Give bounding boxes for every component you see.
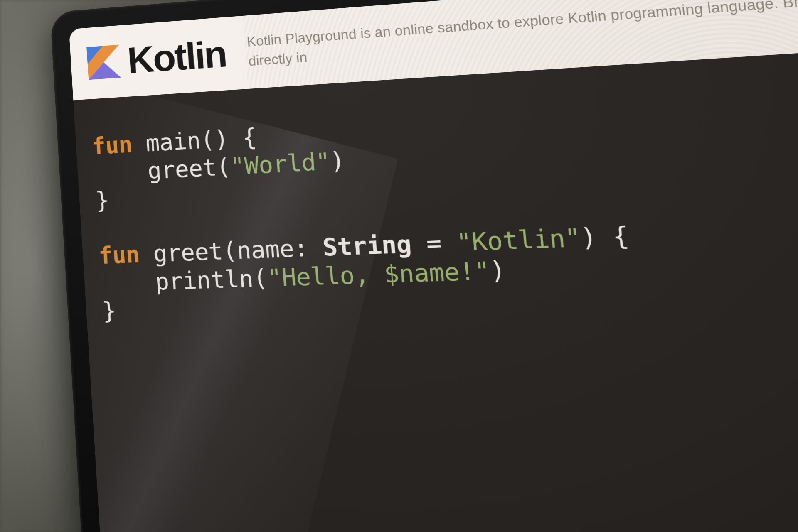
paren-close-2: )	[579, 222, 598, 253]
keyword-fun: fun	[91, 131, 133, 160]
param-name: name	[236, 234, 295, 265]
paren-open: (	[215, 153, 232, 181]
code-editor[interactable]: fun main() { greet("World") } fun greet(…	[73, 34, 798, 532]
string-world: "World"	[229, 147, 331, 180]
colon: :	[293, 234, 309, 262]
empty-parens: ()	[200, 125, 229, 154]
brace-open-2: {	[611, 221, 630, 251]
keyword-fun-2: fun	[98, 240, 140, 270]
function-main: main	[145, 127, 201, 157]
kotlin-logo-block[interactable]: Kotlin	[86, 35, 227, 82]
brace-close: }	[94, 186, 109, 214]
paren-open-3: (	[252, 264, 268, 292]
kotlin-wordmark: Kotlin	[126, 35, 227, 79]
kotlin-logo-icon	[86, 45, 121, 80]
tablet-screen: Kotlin Kotlin Playground is an online sa…	[69, 0, 798, 532]
tablet-device-frame: Kotlin Kotlin Playground is an online sa…	[50, 0, 798, 532]
op-eq: =	[425, 228, 443, 258]
string-kotlin: "Kotlin"	[455, 223, 582, 257]
paren-close: )	[329, 147, 346, 175]
function-greet: greet	[152, 237, 224, 267]
call-greet: greet	[147, 153, 217, 184]
paren-close-3: )	[488, 255, 507, 285]
brace-close-2: }	[101, 297, 117, 325]
call-println: println	[154, 264, 254, 295]
brace-open: {	[241, 123, 258, 152]
type-string: String	[322, 230, 413, 262]
paren-open-2: (	[222, 237, 238, 265]
